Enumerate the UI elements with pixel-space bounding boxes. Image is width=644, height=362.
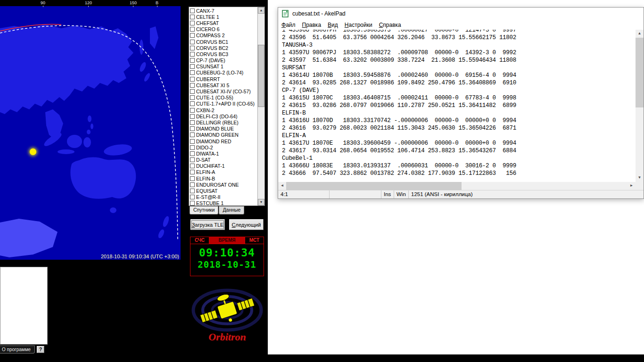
status-codepage[interactable]: 1251 (ANSI - кириллица) [409, 190, 644, 198]
satellite-list-item[interactable]: DIAMOND BLUE [189, 126, 257, 132]
satellite-checkbox[interactable] [190, 176, 195, 181]
satellite-list-item[interactable]: CORVUS BC3 [189, 51, 257, 57]
satellite-marker[interactable] [30, 148, 36, 155]
satellite-label: CANX-7 [196, 8, 215, 14]
satellite-checkbox[interactable] [190, 201, 195, 206]
scroll-up-icon[interactable]: ▲ [258, 7, 264, 14]
satellite-list-item[interactable]: CUBESAT XI 5 [189, 82, 257, 88]
satellite-checkbox[interactable] [190, 83, 195, 88]
satellite-checkbox[interactable] [190, 139, 195, 144]
satellite-checkbox[interactable] [190, 120, 195, 125]
satellite-list-item[interactable]: CORVUS BC1 [189, 39, 257, 45]
tab-data[interactable]: Данные [219, 206, 244, 214]
menubar-item[interactable]: Справка [376, 21, 405, 29]
satellite-checkbox[interactable] [190, 189, 195, 193]
clock-mode-left[interactable]: СЧС [190, 237, 209, 244]
next-button[interactable]: Следующий [229, 219, 264, 230]
hscrollbar-thumb[interactable] [286, 182, 462, 190]
status-insert-mode[interactable]: Ins [381, 190, 394, 198]
satellite-checkbox[interactable] [190, 70, 195, 75]
satellite-checkbox[interactable] [190, 114, 195, 119]
satellite-checkbox[interactable] [190, 8, 195, 13]
satellite-checkbox[interactable] [190, 52, 195, 57]
editor-hscrollbar[interactable]: ◄ ► [278, 182, 636, 190]
satellite-list-item[interactable]: CUBEBUG-2 (LO-74) [189, 70, 257, 76]
satellite-checkbox[interactable] [190, 77, 195, 82]
editor-vscrollbar[interactable]: ▲ ▼ [636, 30, 644, 182]
world-map[interactable]: 90120150В 2018-10-31 09:10:34 (UTC +3:00… [0, 0, 181, 260]
menubar-item[interactable]: Вид [324, 21, 341, 29]
scroll-down-icon[interactable]: ▼ [636, 174, 644, 182]
satellite-list-item[interactable]: CUTE-1.7+APD II (CO-65) [189, 101, 257, 107]
satellite-list-item[interactable]: CELTEE 1 [189, 14, 257, 20]
satellite-list-item[interactable]: EQUISAT [189, 188, 257, 194]
scroll-right-icon[interactable]: ► [627, 182, 636, 190]
satellite-list-item[interactable]: CUBESAT XI-IV (CO-57) [189, 88, 257, 94]
satellite-list-item[interactable]: ELFIN-A [189, 169, 257, 175]
satellite-checkbox[interactable] [190, 27, 195, 32]
satellite-checkbox[interactable] [190, 108, 195, 113]
about-tab[interactable]: О программе [0, 346, 35, 354]
satellite-list[interactable]: CANX-7CELTEE 1CHEFSATCICERO 6COMPASS 2CO… [189, 7, 265, 206]
satellite-checkbox[interactable] [190, 151, 195, 156]
satellite-checkbox[interactable] [190, 15, 195, 19]
satellite-checkbox[interactable] [190, 132, 195, 137]
satellite-list-item[interactable]: ELFIN-B [189, 175, 257, 181]
satellite-list-item[interactable]: ESTCUBE 1 [189, 200, 257, 206]
satellite-checkbox[interactable] [190, 64, 195, 69]
satellite-checkbox[interactable] [190, 40, 195, 44]
satellite-list-item[interactable]: DELFI-C3 (DO-64) [189, 113, 257, 119]
satellite-checkbox[interactable] [190, 126, 195, 131]
satellite-checkbox[interactable] [190, 164, 195, 168]
tab-satellites[interactable]: Спутники [190, 206, 218, 214]
satellite-list-item[interactable]: CHEFSAT [189, 20, 257, 26]
satellite-checkbox[interactable] [190, 182, 195, 187]
menubar-item[interactable]: Правка [299, 21, 325, 29]
satellite-checkbox[interactable] [190, 145, 195, 150]
satellite-checkbox[interactable] [190, 58, 195, 63]
satellite-checkbox[interactable] [190, 101, 195, 106]
satellite-checkbox[interactable] [190, 89, 195, 94]
satellite-list-item[interactable]: E-ST@R-II [189, 194, 257, 200]
scrollbar-thumb[interactable] [258, 45, 264, 107]
satellite-label: CUBESAT XI-IV (CO-57) [196, 89, 251, 94]
text-editor[interactable]: 1 43596U 98067PH 18303.59085373 .0000002… [279, 30, 636, 182]
vscrollbar-thumb[interactable] [636, 38, 644, 107]
satellite-list-scrollbar[interactable]: ▲ ▼ [257, 7, 264, 206]
satellite-list-item[interactable]: CP-7 (DAVE) [189, 58, 257, 64]
satellite-list-item[interactable]: CORVUS BC2 [189, 45, 257, 51]
load-tle-button[interactable]: Загрузка TLE [190, 219, 225, 230]
satellite-list-item[interactable]: DIDO-2 [189, 144, 257, 150]
titlebar[interactable]: cubesat.txt - AkelPad [278, 8, 644, 20]
satellite-checkbox[interactable] [190, 195, 195, 199]
satellite-checkbox[interactable] [190, 46, 195, 50]
satellite-list-item[interactable]: DIWATA-1 [189, 150, 257, 156]
scroll-left-icon[interactable]: ◄ [278, 182, 286, 190]
clock-mode-center[interactable]: ВРЕМЯ [209, 237, 245, 244]
satellite-list-item[interactable]: DIAMOND GREEN [189, 132, 257, 138]
menubar-item[interactable]: Настройки [341, 21, 376, 29]
satellite-list-item[interactable]: CANX-7 [189, 8, 257, 14]
help-button[interactable]: ? [37, 346, 44, 353]
scroll-up-icon[interactable]: ▲ [636, 30, 644, 38]
satellite-list-item[interactable]: CICERO 6 [189, 26, 257, 33]
satellite-checkbox[interactable] [190, 157, 195, 162]
satellite-list-item[interactable]: ENDUROSAT ONE [189, 181, 257, 188]
clock-mode-right[interactable]: МСТ [245, 237, 264, 244]
status-newline-format[interactable]: Win [394, 190, 409, 198]
scroll-down-icon[interactable]: ▼ [258, 199, 264, 206]
satellite-list-item[interactable]: DIAMOND RED [189, 138, 257, 144]
satellite-list-item[interactable]: COMPASS 2 [189, 33, 257, 39]
satellite-list-item[interactable]: DELLINGR (RBLE) [189, 119, 257, 125]
satellite-list-item[interactable]: CSUNSAT 1 [189, 64, 257, 70]
satellite-checkbox[interactable] [190, 33, 195, 38]
satellite-checkbox[interactable] [190, 170, 195, 174]
satellite-list-item[interactable]: DUCHIFAT-1 [189, 163, 257, 169]
satellite-list-item[interactable]: CUBERRT [189, 76, 257, 82]
satellite-checkbox[interactable] [190, 95, 195, 100]
satellite-list-item[interactable]: CUTE-1 (CO-55) [189, 95, 257, 101]
menubar-item[interactable]: Файл [278, 21, 299, 29]
satellite-list-item[interactable]: D-SAT [189, 157, 257, 163]
satellite-list-item[interactable]: CXBN-2 [189, 107, 257, 113]
satellite-checkbox[interactable] [190, 21, 195, 25]
